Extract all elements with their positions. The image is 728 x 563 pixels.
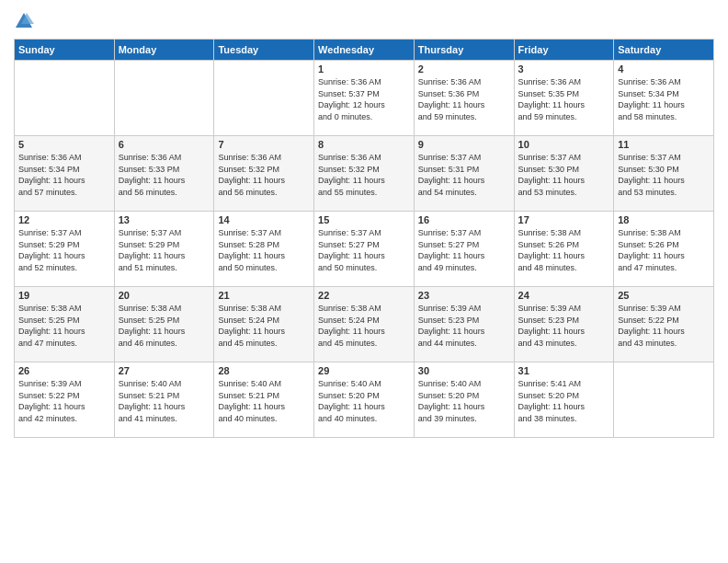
calendar-cell: 10Sunrise: 5:37 AM Sunset: 5:30 PM Dayli…: [514, 136, 614, 212]
day-number: 20: [119, 290, 210, 301]
col-header-monday: Monday: [114, 40, 214, 61]
calendar-cell: 14Sunrise: 5:37 AM Sunset: 5:28 PM Dayli…: [214, 212, 314, 287]
cell-info: Sunrise: 5:36 AM Sunset: 5:32 PM Dayligh…: [218, 152, 310, 198]
calendar-cell: [114, 61, 214, 136]
calendar-cell: 13Sunrise: 5:37 AM Sunset: 5:29 PM Dayli…: [114, 212, 214, 287]
day-number: 25: [618, 290, 710, 301]
day-number: 7: [218, 139, 310, 150]
day-number: 8: [318, 139, 410, 150]
day-number: 16: [418, 214, 510, 225]
day-number: 12: [18, 214, 110, 225]
day-number: 17: [518, 214, 610, 225]
calendar-cell: 3Sunrise: 5:36 AM Sunset: 5:35 PM Daylig…: [514, 61, 614, 136]
calendar-cell: 18Sunrise: 5:38 AM Sunset: 5:26 PM Dayli…: [614, 212, 714, 287]
day-number: 31: [518, 365, 610, 376]
cell-info: Sunrise: 5:40 AM Sunset: 5:21 PM Dayligh…: [218, 378, 310, 424]
day-number: 6: [119, 139, 210, 150]
cell-info: Sunrise: 5:39 AM Sunset: 5:23 PM Dayligh…: [518, 303, 610, 349]
cell-info: Sunrise: 5:37 AM Sunset: 5:27 PM Dayligh…: [318, 227, 410, 273]
col-header-thursday: Thursday: [414, 40, 514, 61]
cell-info: Sunrise: 5:38 AM Sunset: 5:26 PM Dayligh…: [518, 227, 610, 273]
day-number: 11: [618, 139, 710, 150]
calendar-cell: 19Sunrise: 5:38 AM Sunset: 5:25 PM Dayli…: [15, 287, 115, 362]
calendar-cell: 23Sunrise: 5:39 AM Sunset: 5:23 PM Dayli…: [414, 287, 514, 362]
day-number: 10: [518, 139, 610, 150]
col-header-tuesday: Tuesday: [214, 40, 314, 61]
day-number: 13: [119, 214, 210, 225]
day-number: 26: [18, 365, 110, 376]
day-number: 28: [218, 365, 310, 376]
calendar-cell: 1Sunrise: 5:36 AM Sunset: 5:37 PM Daylig…: [314, 61, 415, 136]
calendar-cell: 15Sunrise: 5:37 AM Sunset: 5:27 PM Dayli…: [314, 212, 415, 287]
col-header-friday: Friday: [514, 40, 614, 61]
cell-info: Sunrise: 5:36 AM Sunset: 5:35 PM Dayligh…: [518, 76, 610, 122]
calendar-header-row: SundayMondayTuesdayWednesdayThursdayFrid…: [15, 40, 714, 61]
calendar-cell: 29Sunrise: 5:40 AM Sunset: 5:20 PM Dayli…: [314, 362, 415, 438]
calendar-week-1: 1Sunrise: 5:36 AM Sunset: 5:37 PM Daylig…: [15, 61, 714, 136]
calendar-cell: 11Sunrise: 5:37 AM Sunset: 5:30 PM Dayli…: [614, 136, 714, 212]
cell-info: Sunrise: 5:37 AM Sunset: 5:29 PM Dayligh…: [119, 227, 210, 273]
calendar-cell: 12Sunrise: 5:37 AM Sunset: 5:29 PM Dayli…: [15, 212, 115, 287]
calendar-cell: 6Sunrise: 5:36 AM Sunset: 5:33 PM Daylig…: [114, 136, 214, 212]
calendar-cell: 2Sunrise: 5:36 AM Sunset: 5:36 PM Daylig…: [414, 61, 514, 136]
day-number: 29: [318, 365, 410, 376]
day-number: 18: [618, 214, 710, 225]
day-number: 23: [418, 290, 510, 301]
calendar-week-3: 12Sunrise: 5:37 AM Sunset: 5:29 PM Dayli…: [15, 212, 714, 287]
cell-info: Sunrise: 5:36 AM Sunset: 5:36 PM Dayligh…: [418, 76, 510, 122]
calendar-cell: 31Sunrise: 5:41 AM Sunset: 5:20 PM Dayli…: [514, 362, 614, 438]
cell-info: Sunrise: 5:39 AM Sunset: 5:22 PM Dayligh…: [618, 303, 710, 349]
calendar-cell: [614, 362, 714, 438]
calendar-cell: [214, 61, 314, 136]
cell-info: Sunrise: 5:37 AM Sunset: 5:30 PM Dayligh…: [518, 152, 610, 198]
col-header-saturday: Saturday: [614, 40, 714, 61]
day-number: 19: [18, 290, 110, 301]
day-number: 4: [618, 63, 710, 75]
calendar-cell: [15, 61, 115, 136]
calendar-cell: 8Sunrise: 5:36 AM Sunset: 5:32 PM Daylig…: [314, 136, 415, 212]
cell-info: Sunrise: 5:40 AM Sunset: 5:20 PM Dayligh…: [318, 378, 410, 424]
cell-info: Sunrise: 5:36 AM Sunset: 5:37 PM Dayligh…: [318, 76, 410, 122]
calendar-week-5: 26Sunrise: 5:39 AM Sunset: 5:22 PM Dayli…: [15, 362, 714, 438]
calendar-cell: 25Sunrise: 5:39 AM Sunset: 5:22 PM Dayli…: [614, 287, 714, 362]
calendar-cell: 17Sunrise: 5:38 AM Sunset: 5:26 PM Dayli…: [514, 212, 614, 287]
cell-info: Sunrise: 5:38 AM Sunset: 5:25 PM Dayligh…: [119, 303, 210, 349]
calendar-table: SundayMondayTuesdayWednesdayThursdayFrid…: [14, 39, 714, 438]
cell-info: Sunrise: 5:40 AM Sunset: 5:21 PM Dayligh…: [119, 378, 210, 424]
calendar-cell: 22Sunrise: 5:38 AM Sunset: 5:24 PM Dayli…: [314, 287, 415, 362]
cell-info: Sunrise: 5:41 AM Sunset: 5:20 PM Dayligh…: [518, 378, 610, 424]
day-number: 3: [518, 63, 610, 75]
day-number: 21: [218, 290, 310, 301]
calendar-cell: 27Sunrise: 5:40 AM Sunset: 5:21 PM Dayli…: [114, 362, 214, 438]
cell-info: Sunrise: 5:40 AM Sunset: 5:20 PM Dayligh…: [418, 378, 510, 424]
cell-info: Sunrise: 5:38 AM Sunset: 5:24 PM Dayligh…: [318, 303, 410, 349]
calendar-cell: 26Sunrise: 5:39 AM Sunset: 5:22 PM Dayli…: [15, 362, 115, 438]
calendar-week-4: 19Sunrise: 5:38 AM Sunset: 5:25 PM Dayli…: [15, 287, 714, 362]
cell-info: Sunrise: 5:38 AM Sunset: 5:26 PM Dayligh…: [618, 227, 710, 273]
calendar-cell: 24Sunrise: 5:39 AM Sunset: 5:23 PM Dayli…: [514, 287, 614, 362]
calendar-cell: 7Sunrise: 5:36 AM Sunset: 5:32 PM Daylig…: [214, 136, 314, 212]
cell-info: Sunrise: 5:37 AM Sunset: 5:27 PM Dayligh…: [418, 227, 510, 273]
cell-info: Sunrise: 5:37 AM Sunset: 5:30 PM Dayligh…: [618, 152, 710, 198]
cell-info: Sunrise: 5:36 AM Sunset: 5:34 PM Dayligh…: [618, 76, 710, 122]
day-number: 30: [418, 365, 510, 376]
calendar-cell: 4Sunrise: 5:36 AM Sunset: 5:34 PM Daylig…: [614, 61, 714, 136]
header: [14, 9, 714, 31]
calendar-cell: 30Sunrise: 5:40 AM Sunset: 5:20 PM Dayli…: [414, 362, 514, 438]
day-number: 9: [418, 139, 510, 150]
calendar-cell: 16Sunrise: 5:37 AM Sunset: 5:27 PM Dayli…: [414, 212, 514, 287]
calendar-cell: 5Sunrise: 5:36 AM Sunset: 5:34 PM Daylig…: [15, 136, 115, 212]
day-number: 22: [318, 290, 410, 301]
calendar-week-2: 5Sunrise: 5:36 AM Sunset: 5:34 PM Daylig…: [15, 136, 714, 212]
cell-info: Sunrise: 5:37 AM Sunset: 5:29 PM Dayligh…: [18, 227, 110, 273]
logo: [14, 9, 38, 31]
cell-info: Sunrise: 5:37 AM Sunset: 5:28 PM Dayligh…: [218, 227, 310, 273]
cell-info: Sunrise: 5:37 AM Sunset: 5:31 PM Dayligh…: [418, 152, 510, 198]
cell-info: Sunrise: 5:38 AM Sunset: 5:24 PM Dayligh…: [218, 303, 310, 349]
day-number: 24: [518, 290, 610, 301]
cell-info: Sunrise: 5:36 AM Sunset: 5:32 PM Dayligh…: [318, 152, 410, 198]
day-number: 14: [218, 214, 310, 225]
day-number: 27: [119, 365, 210, 376]
col-header-wednesday: Wednesday: [314, 40, 415, 61]
calendar-cell: 28Sunrise: 5:40 AM Sunset: 5:21 PM Dayli…: [214, 362, 314, 438]
